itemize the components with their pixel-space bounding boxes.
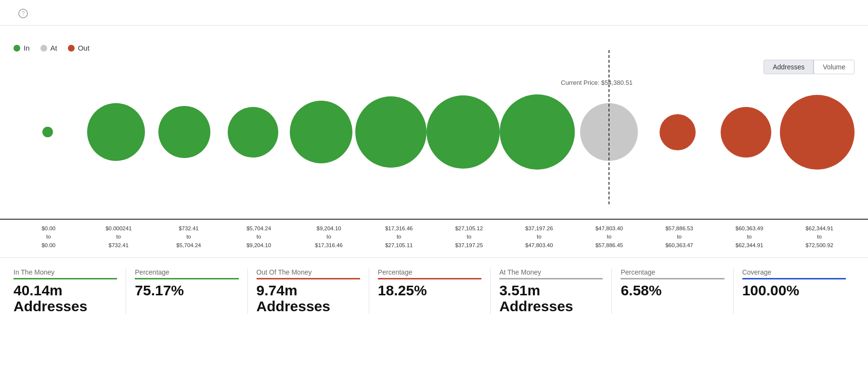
label-line1: $732.41 <box>179 225 199 231</box>
stat-label-2: Out Of The Money <box>257 268 360 276</box>
label-to: to <box>46 234 51 239</box>
label-line3: $60,363.47 <box>665 242 693 248</box>
bubble-2 <box>158 106 210 158</box>
label-line1: $5,704.24 <box>246 225 271 231</box>
label-col-8: $47,803.40to$57,886.45 <box>574 225 645 250</box>
label-col-0: $0.00to$0.00 <box>13 225 84 250</box>
label-line1: $0.00 <box>41 225 55 231</box>
stat-underline-4 <box>499 278 603 279</box>
label-col-1: $0.000241to$732.41 <box>84 225 154 250</box>
legend-item: In <box>13 44 30 52</box>
label-to: to <box>466 234 471 239</box>
label-col-3: $5,704.24to$9,204.10 <box>224 225 294 250</box>
label-col-6: $27,105.12to$37,197.25 <box>434 225 504 250</box>
label-line1: $60,363.49 <box>736 225 764 231</box>
label-line1: $17,316.46 <box>385 225 413 231</box>
label-line3: $732.41 <box>109 242 129 248</box>
stat-label-4: At The Money <box>499 268 603 276</box>
label-to: to <box>607 234 612 239</box>
stat-label-0: In The Money <box>13 268 117 276</box>
stat-label-6: Coverage <box>742 268 846 276</box>
label-line1: $0.000241 <box>105 225 131 231</box>
label-line1: $57,886.53 <box>665 225 693 231</box>
stat-block-6: Coverage 100.00% <box>742 268 855 314</box>
help-icon[interactable]: ? <box>18 9 28 18</box>
stat-block-0: In The Money 40.14m Addresses <box>13 268 126 314</box>
label-to: to <box>326 234 331 239</box>
bubbles-row: intotheblock <box>13 79 855 185</box>
stats-bar: In The Money 40.14m Addresses Percentage… <box>0 257 868 314</box>
bubble-col-6 <box>427 79 500 185</box>
stat-value-4: 3.51m Addresses <box>499 282 603 314</box>
label-line3: $9,204.10 <box>246 242 271 248</box>
label-line3: $0.00 <box>41 242 55 248</box>
bubble-6 <box>427 95 500 169</box>
stat-underline-2 <box>257 278 360 279</box>
stat-underline-5 <box>621 278 724 279</box>
label-line3: $57,886.45 <box>596 242 623 248</box>
stat-underline-3 <box>378 278 481 279</box>
label-to: to <box>397 234 402 239</box>
chart-area: Current Price: $54,380.51 intotheblock <box>0 74 868 219</box>
stat-value-5: 6.58% <box>621 282 724 298</box>
label-line3: $62,344.91 <box>736 242 764 248</box>
legend-item: Out <box>68 44 90 52</box>
legend-item: At <box>40 44 57 52</box>
bubble-3 <box>228 107 278 158</box>
chart-controls: AddressesVolume <box>0 56 868 74</box>
bubble-col-11 <box>780 79 855 185</box>
stat-value-0: 40.14m Addresses <box>13 282 117 314</box>
stat-value-6: 100.00% <box>742 282 846 298</box>
legend-label: Out <box>78 44 90 52</box>
bubble-col-4 <box>287 79 355 185</box>
label-to: to <box>817 234 822 239</box>
legend-dot <box>40 45 47 52</box>
label-col-2: $732.41to$5,704.24 <box>154 225 224 250</box>
label-to: to <box>747 234 752 239</box>
stat-label-1: Percentage <box>135 268 238 276</box>
legend-label: At <box>51 44 57 52</box>
stat-underline-1 <box>135 278 238 279</box>
stat-block-5: Percentage 6.58% <box>621 268 733 314</box>
stat-block-3: Percentage 18.25% <box>378 268 490 314</box>
label-col-9: $57,886.53to$60,363.47 <box>644 225 714 250</box>
label-line1: $47,803.40 <box>596 225 623 231</box>
bubble-col-3 <box>219 79 287 185</box>
labels-row: $0.00to$0.00$0.000241to$732.41$732.41to$… <box>0 219 868 250</box>
label-to: to <box>537 234 542 239</box>
header: ? <box>0 0 868 26</box>
bubble-4 <box>290 101 352 163</box>
label-to: to <box>186 234 191 239</box>
label-line1: $37,197.26 <box>525 225 553 231</box>
stat-divider-0 <box>126 268 126 314</box>
stat-block-4: At The Money 3.51m Addresses <box>499 268 611 314</box>
label-to: to <box>257 234 261 239</box>
bubble-5 <box>355 96 427 168</box>
view-button-addresses[interactable]: Addresses <box>764 60 814 74</box>
stat-divider-5 <box>733 268 734 314</box>
stat-divider-2 <box>369 268 369 314</box>
view-button-volume[interactable]: Volume <box>814 60 855 74</box>
bubble-col-9 <box>643 79 712 185</box>
label-line1: $62,344.91 <box>805 225 833 231</box>
bubble-7 <box>500 94 575 170</box>
stat-value-1: 75.17% <box>135 282 238 298</box>
price-line <box>609 50 609 204</box>
subtitle <box>0 26 868 37</box>
stat-value-3: 18.25% <box>378 282 481 298</box>
label-col-4: $9,204.10to$17,316.46 <box>294 225 364 250</box>
legend-dot <box>13 45 20 52</box>
label-line3: $27,105.11 <box>385 242 413 248</box>
label-line3: $72,500.92 <box>805 242 833 248</box>
label-line3: $5,704.24 <box>176 242 201 248</box>
bubble-10 <box>721 107 771 158</box>
label-to: to <box>117 234 121 239</box>
label-line3: $37,197.25 <box>455 242 483 248</box>
legend-dot <box>68 45 75 52</box>
stat-divider-4 <box>611 268 612 314</box>
stat-underline-6 <box>742 278 846 279</box>
stat-value-2: 9.74m Addresses <box>257 282 360 314</box>
stat-divider-3 <box>490 268 491 314</box>
stat-label-5: Percentage <box>621 268 724 276</box>
stat-label-3: Percentage <box>378 268 481 276</box>
